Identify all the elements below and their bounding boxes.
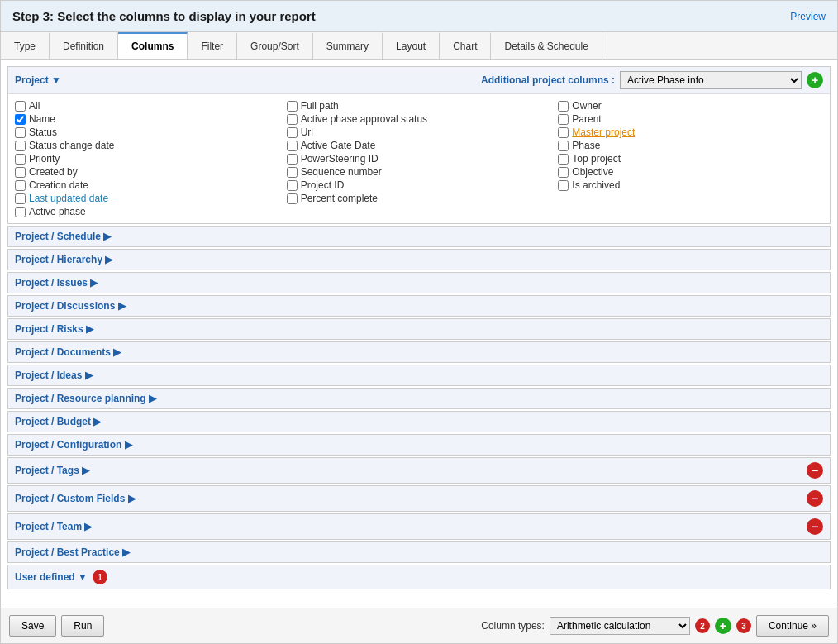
checkbox-project-id-input[interactable] <box>287 180 298 191</box>
user-defined-header[interactable]: User defined ▼ 1 <box>8 565 830 589</box>
content-area: Project ▼ Additional project columns : A… <box>1 60 837 608</box>
checkbox-last-updated-date-input[interactable] <box>15 193 26 204</box>
section-discussions-header[interactable]: Project / Discussions ▶ <box>8 296 830 316</box>
checkbox-all-label: All <box>29 100 40 112</box>
checkbox-phase-label: Phase <box>572 140 600 151</box>
add-column-type-button[interactable]: + <box>715 618 731 634</box>
checkbox-created-by-input[interactable] <box>15 167 26 178</box>
checkbox-status-input[interactable] <box>15 127 26 138</box>
checkbox-name-input[interactable] <box>15 114 26 125</box>
add-additional-column-button[interactable]: + <box>807 72 823 88</box>
section-issues[interactable]: Project / Issues ▶ <box>7 272 831 293</box>
checkbox-name: Name <box>15 112 280 126</box>
checkbox-is-archived-input[interactable] <box>558 180 569 191</box>
checkbox-name-label: Name <box>29 113 55 125</box>
section-hierarchy-header[interactable]: Project / Hierarchy ▶ <box>8 250 830 270</box>
checkbox-active-phase-input[interactable] <box>15 207 26 217</box>
tab-columns[interactable]: Columns <box>118 32 188 59</box>
section-best-practice[interactable]: Project / Best Practice ▶ <box>7 541 831 563</box>
project-section-header[interactable]: Project ▼ Additional project columns : A… <box>8 67 830 93</box>
checkbox-parent-input[interactable] <box>558 114 569 125</box>
section-custom-fields: Project / Custom Fields ▶ − <box>7 485 831 512</box>
checkbox-active-phase-approval-input[interactable] <box>287 114 298 125</box>
tab-chart[interactable]: Chart <box>440 32 491 59</box>
checkbox-phase: Phase <box>558 139 823 152</box>
badge-3: 3 <box>736 618 751 633</box>
column-types-select[interactable]: Arithmetic calculation Text Number <box>550 617 690 635</box>
checkbox-percent-complete-input[interactable] <box>287 193 298 204</box>
section-budget[interactable]: Project / Budget ▶ <box>7 411 831 432</box>
checkbox-all-input[interactable] <box>15 101 26 112</box>
checkbox-sequence-number-input[interactable] <box>287 167 298 178</box>
section-risks-header[interactable]: Project / Risks ▶ <box>8 319 830 339</box>
continue-button[interactable]: Continue » <box>756 615 829 637</box>
checkbox-powersteering-id-input[interactable] <box>287 154 298 165</box>
section-risks-label: Project / Risks ▶ <box>15 323 93 335</box>
tab-definition[interactable]: Definition <box>50 32 118 59</box>
remove-tags-button[interactable]: − <box>807 462 823 479</box>
section-discussions[interactable]: Project / Discussions ▶ <box>7 295 831 317</box>
section-ideas-header[interactable]: Project / Ideas ▶ <box>8 365 830 385</box>
checkbox-status-change-date-input[interactable] <box>15 141 26 151</box>
checkbox-last-updated-date: Last updated date <box>15 192 280 205</box>
section-ideas[interactable]: Project / Ideas ▶ <box>7 365 831 386</box>
section-schedule-label: Project / Schedule ▶ <box>15 231 111 242</box>
checkbox-active-gate-date-input[interactable] <box>287 141 298 151</box>
checkbox-top-project-input[interactable] <box>558 154 569 165</box>
project-section: Project ▼ Additional project columns : A… <box>7 66 831 224</box>
checkbox-active-phase-approval-label: Active phase approval status <box>301 113 427 125</box>
user-defined-section: User defined ▼ 1 <box>7 565 831 589</box>
section-configuration-header[interactable]: Project / Configuration ▶ <box>8 435 830 455</box>
user-defined-badge: 1 <box>93 570 107 584</box>
run-button[interactable]: Run <box>61 615 104 637</box>
section-best-practice-header[interactable]: Project / Best Practice ▶ <box>8 542 830 562</box>
checkbox-creation-date-label: Creation date <box>29 179 88 191</box>
section-schedule-header[interactable]: Project / Schedule ▶ <box>8 227 830 246</box>
section-hierarchy-label: Project / Hierarchy ▶ <box>15 254 112 265</box>
section-budget-header[interactable]: Project / Budget ▶ <box>8 412 830 432</box>
additional-project-columns-select[interactable]: Active Phase info Other option <box>620 71 802 89</box>
checkbox-url-input[interactable] <box>287 127 298 138</box>
checkbox-master-project-input[interactable] <box>558 127 569 138</box>
section-custom-fields-header[interactable]: Project / Custom Fields ▶ − <box>8 486 830 511</box>
tab-details-schedule[interactable]: Details & Schedule <box>491 32 602 59</box>
checkbox-phase-input[interactable] <box>558 141 569 151</box>
checkbox-full-path-input[interactable] <box>287 101 298 112</box>
save-button[interactable]: Save <box>9 615 56 637</box>
page-title: Step 3: Select the columns to display in… <box>12 9 316 23</box>
tab-summary[interactable]: Summary <box>313 32 383 59</box>
preview-link[interactable]: Preview <box>790 11 826 22</box>
section-documents-header[interactable]: Project / Documents ▶ <box>8 342 830 362</box>
checkbox-creation-date-input[interactable] <box>15 180 26 191</box>
tab-type[interactable]: Type <box>1 32 50 59</box>
tab-layout[interactable]: Layout <box>383 32 440 59</box>
checkbox-parent-label: Parent <box>572 113 601 125</box>
remove-team-button[interactable]: − <box>807 518 823 535</box>
section-team-header[interactable]: Project / Team ▶ − <box>8 514 830 539</box>
section-resource-planning-header[interactable]: Project / Resource planning ▶ <box>8 389 830 408</box>
section-documents[interactable]: Project / Documents ▶ <box>7 341 831 363</box>
section-risks[interactable]: Project / Risks ▶ <box>7 318 831 340</box>
section-tags-header[interactable]: Project / Tags ▶ − <box>8 458 830 483</box>
section-issues-header[interactable]: Project / Issues ▶ <box>8 273 830 293</box>
checkbox-status-change-date: Status change date <box>15 139 280 152</box>
tab-filter[interactable]: Filter <box>188 32 237 59</box>
section-hierarchy[interactable]: Project / Hierarchy ▶ <box>7 249 831 270</box>
additional-row: Additional project columns : Active Phas… <box>481 71 823 89</box>
checkbox-top-project: Top project <box>558 152 823 165</box>
tab-group-sort[interactable]: Group/Sort <box>237 32 313 59</box>
section-resource-planning[interactable]: Project / Resource planning ▶ <box>7 388 831 409</box>
section-configuration[interactable]: Project / Configuration ▶ <box>7 434 831 456</box>
checkbox-objective-input[interactable] <box>558 167 569 178</box>
remove-custom-fields-button[interactable]: − <box>807 490 823 507</box>
section-schedule[interactable]: Project / Schedule ▶ <box>7 226 831 247</box>
additional-label: Additional project columns : <box>481 74 615 86</box>
checkbox-owner-label: Owner <box>572 100 601 112</box>
checkbox-url: Url <box>287 126 552 139</box>
checkbox-percent-complete-label: Percent complete <box>301 193 378 204</box>
project-columns-area: All Name Status Status change date <box>8 93 830 223</box>
checkbox-priority-input[interactable] <box>15 154 26 165</box>
checkbox-owner-input[interactable] <box>558 101 569 112</box>
bottom-bar: Save Run Column types: Arithmetic calcul… <box>1 608 837 643</box>
checkbox-master-project: Master project <box>558 126 823 139</box>
